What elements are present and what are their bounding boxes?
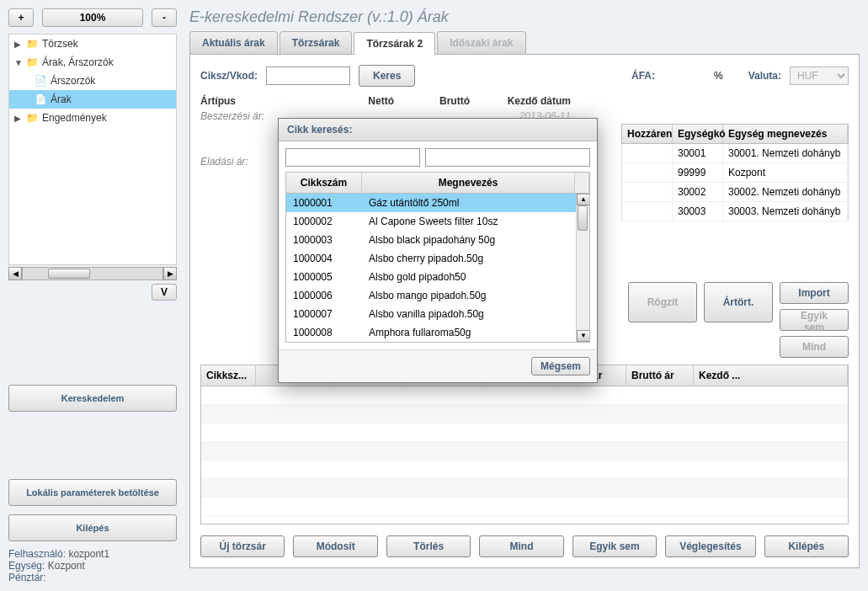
valuta-select: HUF [790,67,849,85]
popup-footer: Mégsem [279,349,597,382]
popup-table-head: Cikkszám Megnevezés [285,172,590,194]
search-row: Ciksz/Vkod: Keres ÁFA: % Valuta: HUF [200,65,849,87]
collapse-button[interactable]: V [152,284,177,301]
folder-icon: 📁 [26,38,39,50]
list-item[interactable]: 1000003Alsbo black pipadohány 50g [286,231,589,249]
status-unit-label: Egység: [8,560,45,572]
mid-button-group: Rögzít Ártört. Import Egyik sem Mind [628,282,849,358]
table-row[interactable]: 3000330003. Nemzeti dohányb [621,202,849,221]
scroll-thumb[interactable] [578,205,588,231]
col-cikksz[interactable]: Cikksz... [201,365,256,386]
page-title: E-kereskedelmi Rendszer (v.:1.0) Árak [189,8,860,26]
table-row[interactable] [201,405,848,423]
mind-button: Mind [780,336,849,358]
import-button[interactable]: Import [780,282,849,304]
details-table: Cikksz... Nettó ár Bruttó ár Kezdő ... [200,365,849,524]
scroll-thumb[interactable] [48,269,90,279]
ciksz-label: Ciksz/Vkod: [200,70,258,82]
col-brutto-ar[interactable]: Bruttó ár [626,365,694,386]
tree-label: Törzsek [42,38,78,50]
scroll-left-icon[interactable]: ◀ [8,267,22,280]
price-header: Ártípus Nettó Bruttó Kezdő dátum [200,95,849,107]
table-row[interactable] [201,461,848,479]
scroll-track[interactable] [22,267,163,280]
table-row[interactable]: 99999Kozpont [621,163,849,183]
veglegesites-button[interactable]: Véglegesítés [665,535,755,557]
zoom-percent-button[interactable]: 100% [42,8,143,27]
tree-item-torzsek[interactable]: ▶ 📁 Törzsek [9,35,176,53]
col-egysegkod[interactable]: Egységkó [673,125,723,143]
ciksz-input[interactable] [266,67,350,85]
table-row[interactable]: 3000130001. Nemzeti dohányb [621,144,849,163]
uj-torzsar-button[interactable]: Új törzsár [200,535,285,557]
egyik-sem-bottom-button[interactable]: Egyik sem [572,535,657,557]
egyik-sem-button: Egyik sem [780,309,849,331]
col-hozzaren[interactable]: Hozzáren [622,125,673,143]
scroll-up-icon[interactable]: ▲ [577,194,590,205]
tab-aktualis-arak[interactable]: Aktuális árak [189,31,278,54]
list-item[interactable]: 1000005Alsbo gold pipadoh50 [286,268,589,286]
tree-item-arszorzok[interactable]: 📄 Árszorzók [9,72,176,90]
artort-button[interactable]: Ártört. [704,282,773,322]
kereskedelem-button[interactable]: Kereskedelem [8,385,177,412]
tree-item-arak-arszorzok[interactable]: ▼ 📁 Árak, Árszorzók [9,53,176,72]
table-row[interactable] [201,423,848,442]
keres-button[interactable]: Keres [359,65,415,87]
modosit-button[interactable]: Módosít [293,535,377,557]
zoom-out-button[interactable]: - [152,8,177,27]
chevron-down-icon[interactable]: ▼ [14,58,23,67]
status-cash-label: Pénztár: [8,572,46,583]
popup-cikkszam-input[interactable] [285,148,420,167]
col-kezdo: Kezdő dátum [478,95,571,107]
kilepes-bottom-button[interactable]: Kilépés [764,535,849,557]
chevron-right-icon[interactable]: ▶ [14,114,23,123]
list-item[interactable]: 1000006Alsbo mango pipadoh.50g [286,286,589,305]
col-egyseg-megnevezes[interactable]: Egység megnevezés [723,125,848,143]
col-megnevezes[interactable]: Megnevezés [362,173,575,193]
tabs: Aktuális árak Törzsárak Törzsárak 2 Idős… [189,31,860,55]
bottom-button-bar: Új törzsár Módosít Törlés Mind Egyik sem… [200,535,849,557]
table-row[interactable] [201,498,848,516]
megsem-button[interactable]: Mégsem [531,357,590,375]
list-item[interactable]: 1000004Alsbo cherry pipadoh.50g [286,249,589,268]
status-unit-value: Kozpont [48,560,85,572]
status-user-value: kozpont1 [68,548,109,560]
mind-bottom-button[interactable]: Mind [479,535,563,557]
rogzit-button: Rögzít [628,282,697,322]
table-row[interactable] [201,442,848,461]
kilepes-side-button[interactable]: Kilépés [8,514,177,541]
table-row[interactable] [201,479,848,498]
list-item[interactable]: 1000007Alsbo vanilla pipadoh.50g [286,305,589,323]
zoom-in-button[interactable]: + [8,8,34,27]
scroll-right-icon[interactable]: ▶ [163,267,177,280]
torles-button[interactable]: Törlés [386,535,471,557]
status-bar: Felhasználó: kozpont1 Egység: Kozpont Pé… [8,548,177,583]
popup-vscrollbar[interactable]: ▲ ▼ [576,194,589,342]
scroll-down-icon[interactable]: ▼ [577,330,590,342]
popup-megnevezes-input[interactable] [425,148,590,167]
list-item[interactable]: 1000008Amphora fullaroma50g [286,323,589,342]
sidebar: + 100% - ▶ 📁 Törzsek ▼ 📁 Árak, Árszorzók… [8,8,177,581]
table-row[interactable]: 3000230002. Nemzeti dohányb [621,183,849,202]
afa-percent: % [714,70,723,82]
tree-hscrollbar[interactable]: ◀ ▶ [8,267,177,280]
tab-idoszaki-arak: Időszaki árak [437,31,525,54]
tree-label: Árszorzók [51,75,95,87]
col-artipus: Ártípus [200,95,318,107]
tree-item-engedmenyek[interactable]: ▶ 📁 Engedmények [9,109,176,127]
status-user-label: Felhasználó: [8,548,66,560]
tree-label: Árak [51,93,72,105]
list-item[interactable]: 1000001Gáz utántöltő 250ml [286,194,589,212]
col-kezdo[interactable]: Kezdő ... [694,365,848,386]
table-row[interactable] [201,386,848,405]
col-cikkszam[interactable]: Cikkszám [286,173,362,193]
tree-item-arak[interactable]: 📄 Árak [9,90,176,109]
chevron-right-icon[interactable]: ▶ [14,40,23,49]
tab-torzsarak[interactable]: Törzsárak [280,31,353,54]
zoom-controls: + 100% - [8,8,177,27]
tab-torzsarak2[interactable]: Törzsárak 2 [354,32,435,55]
folder-icon: 📁 [26,56,39,68]
list-item[interactable]: 1000002Al Capone Sweets filter 10sz [286,212,589,231]
tree-label: Engedmények [42,112,107,124]
lokalis-parameterek-button[interactable]: Lokális paraméterek betöltése [8,479,177,506]
